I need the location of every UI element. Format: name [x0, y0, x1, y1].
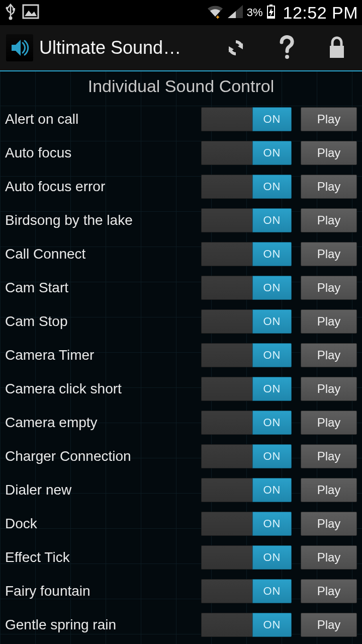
toggle-off-segment — [201, 579, 252, 603]
sound-row: Fairy fountain ON Play — [0, 574, 362, 608]
play-button[interactable]: Play — [301, 579, 357, 603]
toggle-off-segment — [201, 175, 252, 199]
sound-toggle[interactable]: ON — [201, 478, 292, 502]
sound-label: Camera empty — [5, 415, 201, 431]
sound-toggle[interactable]: ON — [201, 208, 292, 232]
toggle-on-segment: ON — [252, 444, 292, 468]
play-button[interactable]: Play — [301, 141, 357, 165]
toggle-off-segment — [201, 545, 252, 570]
sound-label: Camera click short — [5, 381, 201, 397]
play-button[interactable]: Play — [301, 377, 357, 401]
toggle-on-segment: ON — [252, 411, 292, 435]
toggle-on-segment: ON — [252, 141, 292, 165]
toggle-on-segment: ON — [252, 613, 292, 637]
svg-point-2 — [9, 16, 13, 20]
sound-row: Auto focus ON Play — [0, 136, 362, 170]
sound-toggle[interactable]: ON — [201, 613, 292, 637]
usb-icon — [4, 3, 17, 23]
sound-toggle[interactable]: ON — [201, 242, 292, 266]
app-title: Ultimate Sound… — [39, 37, 181, 58]
sound-toggle[interactable]: ON — [201, 512, 292, 536]
sound-row: Dialer new ON Play — [0, 473, 362, 507]
toggle-off-segment — [201, 411, 252, 435]
sound-label: Effect Tick — [5, 549, 201, 566]
play-button[interactable]: Play — [301, 512, 357, 536]
play-button[interactable]: Play — [301, 444, 357, 468]
sound-toggle[interactable]: ON — [201, 107, 292, 131]
sound-row: Cam Stop ON Play — [0, 304, 362, 338]
play-button[interactable]: Play — [301, 613, 357, 637]
toggle-on-segment: ON — [252, 208, 292, 232]
play-button[interactable]: Play — [301, 309, 357, 334]
toggle-on-segment: ON — [252, 175, 292, 199]
svg-marker-10 — [269, 8, 274, 17]
play-button[interactable]: Play — [301, 411, 357, 435]
toggle-off-segment — [201, 107, 252, 131]
sound-label: Cam Stop — [5, 313, 201, 330]
sound-toggle[interactable]: ON — [201, 343, 292, 367]
toggle-on-segment: ON — [252, 107, 292, 131]
toggle-on-segment: ON — [252, 545, 292, 570]
svg-rect-3 — [23, 5, 38, 18]
play-button[interactable]: Play — [301, 276, 357, 300]
sound-row: Call Connect ON Play — [0, 237, 362, 271]
help-icon[interactable] — [279, 35, 296, 60]
sound-list: Alert on call ON Play Auto focus ON Play… — [0, 102, 362, 641]
refresh-icon[interactable] — [224, 36, 247, 59]
play-button[interactable]: Play — [301, 545, 357, 570]
sound-toggle[interactable]: ON — [201, 276, 292, 300]
toggle-off-segment — [201, 377, 252, 401]
sound-row: Dock ON Play — [0, 507, 362, 540]
toggle-off-segment — [201, 444, 252, 468]
svg-rect-15 — [330, 46, 344, 58]
app-icon — [6, 34, 33, 61]
sound-label: Alert on call — [5, 111, 201, 127]
sound-toggle[interactable]: ON — [201, 579, 292, 603]
sound-row: Alert on call ON Play — [0, 102, 362, 136]
toggle-off-segment — [201, 613, 252, 637]
sound-row: Effect Tick ON Play — [0, 540, 362, 574]
play-button[interactable]: Play — [301, 175, 357, 199]
play-button[interactable]: Play — [301, 343, 357, 367]
sound-row: Camera click short ON Play — [0, 372, 362, 406]
toggle-off-segment — [201, 309, 252, 334]
lock-icon[interactable] — [327, 36, 347, 60]
toggle-on-segment: ON — [252, 309, 292, 334]
sound-row: Auto focus error ON Play — [0, 170, 362, 203]
svg-rect-1 — [13, 8, 15, 11]
toggle-off-segment — [201, 242, 252, 266]
action-bar: Ultimate Sound… — [0, 25, 362, 71]
battery-percent: 3% — [247, 6, 263, 19]
toggle-off-segment — [201, 208, 252, 232]
toggle-off-segment — [201, 276, 252, 300]
toggle-on-segment: ON — [252, 377, 292, 401]
toggle-on-segment: ON — [252, 512, 292, 536]
toggle-on-segment: ON — [252, 579, 292, 603]
play-button[interactable]: Play — [301, 208, 357, 232]
toggle-off-segment — [201, 141, 252, 165]
sound-row: Gentle spring rain ON Play — [0, 608, 362, 641]
sound-row: Birdsong by the lake ON Play — [0, 203, 362, 237]
sound-label: Auto focus error — [5, 179, 201, 195]
sound-toggle[interactable]: ON — [201, 141, 292, 165]
battery-charging-icon — [266, 4, 276, 22]
sound-label: Camera Timer — [5, 347, 201, 363]
play-button[interactable]: Play — [301, 107, 357, 131]
toggle-on-segment: ON — [252, 343, 292, 367]
play-button[interactable]: Play — [301, 242, 357, 266]
sound-toggle[interactable]: ON — [201, 545, 292, 570]
clock: 12:52 PM — [283, 3, 358, 23]
toggle-on-segment: ON — [252, 242, 292, 266]
sound-toggle[interactable]: ON — [201, 377, 292, 401]
sound-label: Dialer new — [5, 482, 201, 498]
toggle-off-segment — [201, 478, 252, 502]
sound-toggle[interactable]: ON — [201, 309, 292, 334]
page-title: Individual Sound Control — [0, 71, 362, 102]
play-button[interactable]: Play — [301, 478, 357, 502]
sound-toggle[interactable]: ON — [201, 175, 292, 199]
wifi-icon — [207, 5, 224, 21]
sound-toggle[interactable]: ON — [201, 444, 292, 468]
svg-marker-6 — [228, 11, 236, 18]
sound-toggle[interactable]: ON — [201, 411, 292, 435]
sound-label: Birdsong by the lake — [5, 212, 201, 228]
